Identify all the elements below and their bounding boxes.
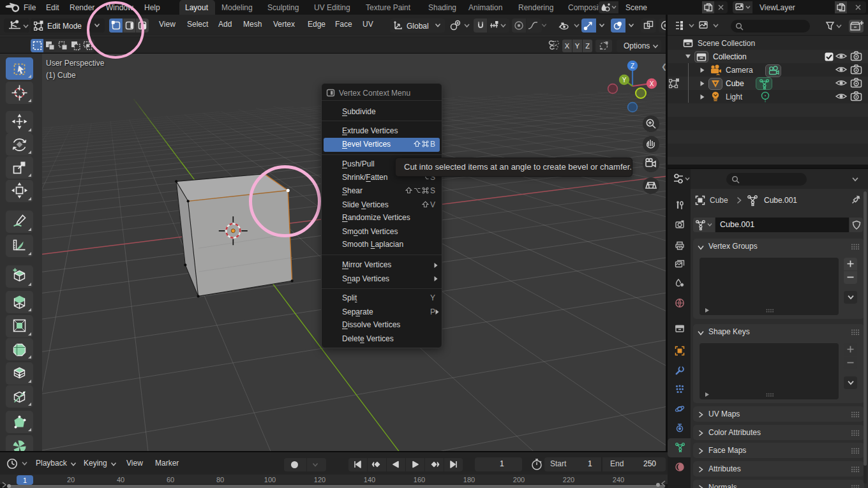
svg-text:X: X [650, 80, 654, 87]
svg-text:Y: Y [622, 77, 627, 84]
svg-text:Z: Z [631, 63, 634, 70]
